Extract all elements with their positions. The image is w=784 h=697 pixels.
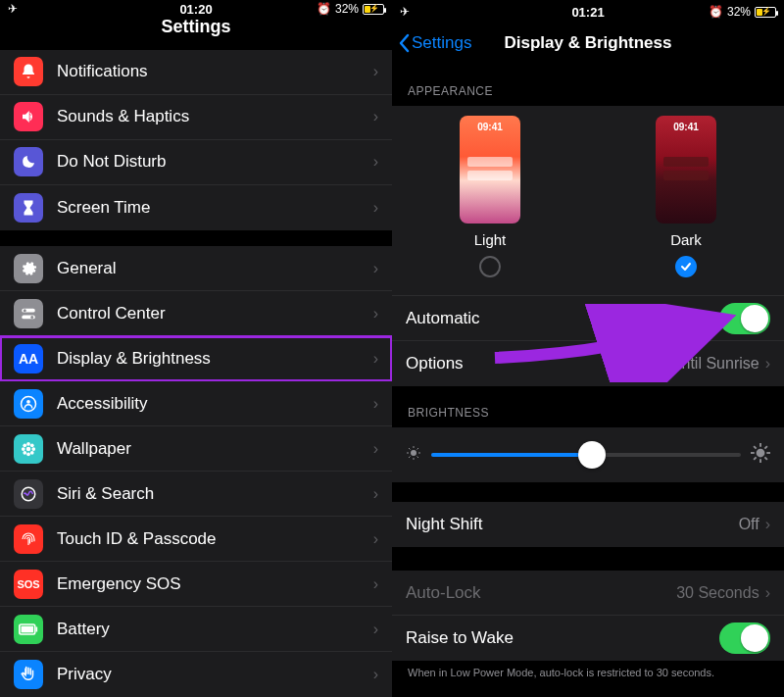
svg-line-24: [409, 448, 411, 450]
back-button[interactable]: Settings: [398, 22, 471, 65]
svg-point-11: [23, 443, 26, 447]
navbar: Settings Display & Brightness: [392, 22, 784, 65]
appearance-selector: 09:41 Light 09:41 Dark: [392, 106, 784, 296]
svg-point-3: [30, 315, 33, 318]
dark-preview: 09:41: [656, 116, 716, 224]
svg-point-7: [26, 441, 30, 445]
light-radio[interactable]: [479, 256, 501, 277]
settings-row-privacy[interactable]: Privacy›: [0, 652, 392, 697]
hourglass-icon: [14, 193, 43, 223]
page-title: Settings: [161, 17, 230, 37]
settings-screen: ✈ 01:20 ⏰ 32% ⚡ Settings Notifications›S…: [0, 0, 392, 697]
light-preview: 09:41: [460, 116, 520, 224]
options-label: Options: [406, 354, 633, 373]
svg-point-19: [411, 450, 416, 456]
options-row[interactable]: Options Dark Until Sunrise ›: [392, 341, 784, 386]
row-label: Privacy: [57, 665, 373, 684]
settings-row-battery[interactable]: Battery›: [0, 607, 392, 652]
svg-line-34: [764, 457, 767, 460]
svg-point-1: [24, 309, 26, 312]
chevron-right-icon: ›: [373, 260, 378, 277]
raise-to-wake-toggle[interactable]: [719, 622, 770, 654]
row-label: Battery: [57, 620, 373, 639]
moon-icon: [14, 147, 43, 176]
settings-row-control-center[interactable]: Control Center›: [0, 291, 392, 336]
bell-icon: [14, 57, 43, 86]
speaker-icon: [14, 102, 43, 131]
status-time: 01:21: [392, 5, 784, 20]
settings-row-touch-id-passcode[interactable]: Touch ID & Passcode›: [0, 517, 392, 562]
row-label: Accessibility: [57, 394, 373, 414]
chevron-right-icon: ›: [373, 350, 378, 368]
settings-row-screen-time[interactable]: Screen Time›: [0, 185, 392, 230]
fingerprint-icon: [14, 524, 43, 554]
raise-to-wake-row: Raise to Wake: [392, 616, 784, 661]
auto-lock-row[interactable]: Auto-Lock 30 Seconds ›: [392, 571, 784, 616]
sun-low-icon: [406, 445, 421, 465]
raise-to-wake-label: Raise to Wake: [406, 628, 719, 648]
navbar: Settings: [0, 16, 392, 39]
svg-line-26: [409, 457, 411, 459]
settings-row-emergency-sos[interactable]: SOSEmergency SOS›: [0, 562, 392, 607]
settings-row-do-not-disturb[interactable]: Do Not Disturb›: [0, 140, 392, 185]
svg-line-33: [754, 446, 757, 449]
row-label: Touch ID & Passcode: [57, 529, 373, 549]
chevron-right-icon: ›: [373, 666, 378, 683]
svg-point-14: [30, 450, 34, 454]
sun-high-icon: [751, 443, 770, 467]
svg-point-10: [31, 447, 35, 451]
chevron-right-icon: ›: [373, 305, 378, 323]
automatic-label: Automatic: [406, 309, 719, 328]
row-label: Siri & Search: [57, 484, 373, 504]
chevron-right-icon: ›: [373, 63, 378, 80]
settings-row-notifications[interactable]: Notifications›: [0, 50, 392, 95]
siri-icon: [14, 479, 43, 509]
appearance-dark-option[interactable]: 09:41 Dark: [656, 116, 716, 277]
settings-group-general: General›Control Center›AADisplay & Brigh…: [0, 246, 392, 697]
chevron-right-icon: ›: [373, 153, 378, 171]
night-shift-row[interactable]: Night Shift Off ›: [392, 502, 784, 547]
settings-row-display-brightness[interactable]: AADisplay & Brightness›: [0, 336, 392, 381]
settings-row-siri-search[interactable]: Siri & Search›: [0, 472, 392, 517]
settings-row-wallpaper[interactable]: Wallpaper›: [0, 426, 392, 472]
svg-line-36: [764, 446, 767, 449]
settings-row-general[interactable]: General›: [0, 246, 392, 291]
aa-icon: AA: [14, 344, 43, 373]
row-label: Control Center: [57, 304, 373, 324]
svg-rect-18: [36, 626, 38, 631]
appearance-light-option[interactable]: 09:41 Light: [460, 116, 520, 277]
chevron-right-icon: ›: [373, 575, 378, 593]
settings-row-sounds-haptics[interactable]: Sounds & Haptics›: [0, 95, 392, 140]
svg-point-5: [26, 399, 30, 403]
row-label: Screen Time: [57, 198, 373, 218]
auto-lock-label: Auto-Lock: [406, 583, 676, 603]
svg-point-12: [30, 443, 34, 447]
svg-line-25: [417, 457, 419, 459]
chevron-right-icon: ›: [765, 584, 770, 602]
chevron-right-icon: ›: [373, 395, 378, 413]
status-bar: ✈ 01:20 ⏰ 32% ⚡: [0, 0, 392, 16]
flower-icon: [14, 434, 43, 464]
chevron-right-icon: ›: [373, 530, 378, 548]
row-label: Sounds & Haptics: [57, 107, 373, 126]
brightness-slider[interactable]: [431, 453, 741, 457]
battery-icon: ⚡: [363, 4, 384, 15]
row-label: Emergency SOS: [57, 574, 373, 594]
night-shift-value: Off: [739, 516, 760, 533]
row-label: Notifications: [57, 62, 373, 81]
back-label: Settings: [412, 33, 471, 53]
section-header-appearance: APPEARANCE: [392, 65, 784, 106]
section-header-brightness: BRIGHTNESS: [392, 386, 784, 427]
svg-point-13: [23, 450, 26, 454]
automatic-toggle[interactable]: [719, 303, 770, 334]
dark-radio[interactable]: [675, 256, 697, 277]
svg-point-8: [26, 452, 30, 456]
settings-row-accessibility[interactable]: Accessibility›: [0, 381, 392, 426]
svg-line-35: [754, 457, 757, 460]
status-time: 01:20: [0, 2, 392, 17]
hand-icon: [14, 660, 43, 689]
chevron-right-icon: ›: [373, 485, 378, 503]
person-icon: [14, 389, 43, 419]
battery-icon: [14, 615, 43, 644]
svg-line-27: [417, 448, 419, 450]
